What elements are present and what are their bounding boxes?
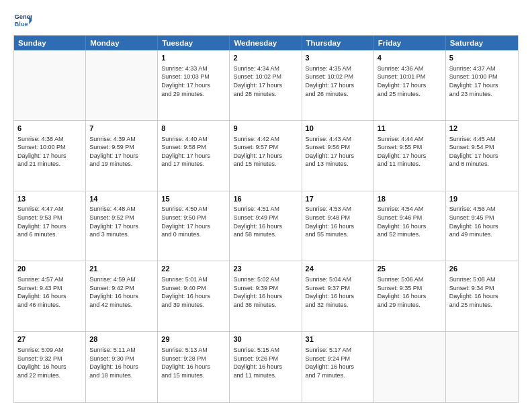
calendar-cell: 29Sunrise: 5:13 AM Sunset: 9:28 PM Dayli… (158, 332, 230, 402)
calendar-cell: 18Sunrise: 4:54 AM Sunset: 9:46 PM Dayli… (374, 191, 446, 261)
day-info: Sunrise: 4:36 AM Sunset: 10:01 PM Daylig… (378, 64, 442, 98)
calendar-cell: 1Sunrise: 4:33 AM Sunset: 10:03 PM Dayli… (158, 50, 230, 120)
day-info: Sunrise: 5:09 AM Sunset: 9:32 PM Dayligh… (17, 346, 82, 379)
day-info: Sunrise: 5:04 AM Sunset: 9:37 PM Dayligh… (306, 275, 370, 309)
calendar-cell: 15Sunrise: 4:50 AM Sunset: 9:50 PM Dayli… (158, 191, 230, 261)
day-info: Sunrise: 4:45 AM Sunset: 9:54 PM Dayligh… (449, 135, 515, 169)
day-info: Sunrise: 4:44 AM Sunset: 9:55 PM Dayligh… (378, 135, 442, 169)
day-info: Sunrise: 4:48 AM Sunset: 9:52 PM Dayligh… (89, 205, 154, 238)
day-number: 21 (89, 264, 154, 274)
calendar-cell: 6Sunrise: 4:38 AM Sunset: 10:00 PM Dayli… (14, 121, 86, 191)
svg-text:Blue: Blue (15, 21, 28, 28)
calendar-cell: 7Sunrise: 4:39 AM Sunset: 9:59 PM Daylig… (86, 121, 158, 191)
day-header-tuesday: Tuesday (158, 36, 230, 50)
calendar-cell: 24Sunrise: 5:04 AM Sunset: 9:37 PM Dayli… (302, 261, 374, 331)
day-number: 10 (306, 124, 370, 134)
day-info: Sunrise: 5:08 AM Sunset: 9:34 PM Dayligh… (449, 275, 515, 309)
day-number: 25 (378, 264, 442, 274)
day-info: Sunrise: 4:53 AM Sunset: 9:48 PM Dayligh… (306, 205, 370, 238)
day-number: 24 (306, 264, 370, 274)
day-info: Sunrise: 5:11 AM Sunset: 9:30 PM Dayligh… (89, 346, 154, 379)
calendar-cell: 26Sunrise: 5:08 AM Sunset: 9:34 PM Dayli… (446, 261, 518, 331)
logo: General Blue (13, 11, 32, 30)
day-info: Sunrise: 4:35 AM Sunset: 10:02 PM Daylig… (306, 64, 370, 98)
day-number: 12 (449, 124, 515, 134)
day-info: Sunrise: 4:47 AM Sunset: 9:53 PM Dayligh… (17, 205, 82, 238)
day-number: 29 (161, 334, 226, 345)
calendar-week-1: 1Sunrise: 4:33 AM Sunset: 10:03 PM Dayli… (14, 50, 518, 121)
calendar-week-3: 13Sunrise: 4:47 AM Sunset: 9:53 PM Dayli… (14, 191, 518, 262)
day-info: Sunrise: 4:38 AM Sunset: 10:00 PM Daylig… (17, 135, 82, 169)
day-info: Sunrise: 4:39 AM Sunset: 9:59 PM Dayligh… (89, 135, 154, 169)
day-number: 23 (233, 264, 298, 274)
day-info: Sunrise: 4:42 AM Sunset: 9:57 PM Dayligh… (233, 135, 298, 169)
calendar-cell: 4Sunrise: 4:36 AM Sunset: 10:01 PM Dayli… (374, 50, 446, 120)
calendar-cell: 13Sunrise: 4:47 AM Sunset: 9:53 PM Dayli… (14, 191, 86, 261)
day-header-sunday: Sunday (14, 36, 86, 50)
day-number: 28 (89, 334, 154, 345)
day-info: Sunrise: 5:06 AM Sunset: 9:35 PM Dayligh… (378, 275, 442, 309)
calendar-body: 1Sunrise: 4:33 AM Sunset: 10:03 PM Dayli… (14, 50, 518, 402)
day-number: 9 (233, 124, 298, 134)
calendar-cell: 9Sunrise: 4:42 AM Sunset: 9:57 PM Daylig… (230, 121, 302, 191)
day-number: 31 (306, 334, 370, 345)
calendar: SundayMondayTuesdayWednesdayThursdayFrid… (13, 35, 519, 403)
calendar-cell: 20Sunrise: 4:57 AM Sunset: 9:43 PM Dayli… (14, 261, 86, 331)
day-number: 11 (378, 124, 442, 134)
day-info: Sunrise: 4:56 AM Sunset: 9:45 PM Dayligh… (449, 205, 515, 238)
day-header-monday: Monday (86, 36, 158, 50)
calendar-cell: 27Sunrise: 5:09 AM Sunset: 9:32 PM Dayli… (14, 332, 86, 402)
day-info: Sunrise: 4:40 AM Sunset: 9:58 PM Dayligh… (161, 135, 226, 169)
day-number: 18 (378, 194, 442, 204)
day-info: Sunrise: 4:43 AM Sunset: 9:56 PM Dayligh… (306, 135, 370, 169)
day-header-saturday: Saturday (446, 36, 518, 50)
calendar-cell: 3Sunrise: 4:35 AM Sunset: 10:02 PM Dayli… (302, 50, 374, 120)
calendar-week-4: 20Sunrise: 4:57 AM Sunset: 9:43 PM Dayli… (14, 261, 518, 332)
day-number: 17 (306, 194, 370, 204)
calendar-cell: 23Sunrise: 5:02 AM Sunset: 9:39 PM Dayli… (230, 261, 302, 331)
day-number: 4 (378, 53, 442, 63)
day-header-wednesday: Wednesday (230, 36, 302, 50)
day-number: 1 (161, 53, 226, 63)
logo-icon: General Blue (13, 11, 32, 30)
day-number: 14 (89, 194, 154, 204)
day-info: Sunrise: 4:59 AM Sunset: 9:42 PM Dayligh… (89, 275, 154, 309)
day-info: Sunrise: 5:02 AM Sunset: 9:39 PM Dayligh… (233, 275, 298, 309)
day-number: 27 (17, 334, 82, 345)
calendar-cell: 2Sunrise: 4:34 AM Sunset: 10:02 PM Dayli… (230, 50, 302, 120)
day-info: Sunrise: 4:34 AM Sunset: 10:02 PM Daylig… (233, 64, 298, 98)
day-number: 30 (233, 334, 298, 345)
day-number: 6 (17, 124, 82, 134)
calendar-cell: 25Sunrise: 5:06 AM Sunset: 9:35 PM Dayli… (374, 261, 446, 331)
calendar-cell: 22Sunrise: 5:01 AM Sunset: 9:40 PM Dayli… (158, 261, 230, 331)
day-header-friday: Friday (374, 36, 446, 50)
day-number: 3 (306, 53, 370, 63)
page: General Blue SundayMondayTuesdayWednesda… (0, 0, 532, 411)
calendar-cell (446, 332, 518, 402)
calendar-cell (14, 50, 86, 120)
day-info: Sunrise: 4:57 AM Sunset: 9:43 PM Dayligh… (17, 275, 82, 309)
day-info: Sunrise: 5:15 AM Sunset: 9:26 PM Dayligh… (233, 346, 298, 379)
day-number: 8 (161, 124, 226, 134)
calendar-cell: 5Sunrise: 4:37 AM Sunset: 10:00 PM Dayli… (446, 50, 518, 120)
day-info: Sunrise: 5:13 AM Sunset: 9:28 PM Dayligh… (161, 346, 226, 379)
day-info: Sunrise: 4:37 AM Sunset: 10:00 PM Daylig… (449, 64, 515, 98)
calendar-cell: 8Sunrise: 4:40 AM Sunset: 9:58 PM Daylig… (158, 121, 230, 191)
day-number: 7 (89, 124, 154, 134)
day-number: 22 (161, 264, 226, 274)
day-info: Sunrise: 4:33 AM Sunset: 10:03 PM Daylig… (161, 64, 226, 98)
day-number: 15 (161, 194, 226, 204)
day-number: 26 (449, 264, 515, 274)
calendar-cell: 21Sunrise: 4:59 AM Sunset: 9:42 PM Dayli… (86, 261, 158, 331)
calendar-cell: 14Sunrise: 4:48 AM Sunset: 9:52 PM Dayli… (86, 191, 158, 261)
day-number: 2 (233, 53, 298, 63)
calendar-cell: 30Sunrise: 5:15 AM Sunset: 9:26 PM Dayli… (230, 332, 302, 402)
calendar-cell: 31Sunrise: 5:17 AM Sunset: 9:24 PM Dayli… (302, 332, 374, 402)
day-number: 16 (233, 194, 298, 204)
day-info: Sunrise: 4:51 AM Sunset: 9:49 PM Dayligh… (233, 205, 298, 238)
calendar-cell: 11Sunrise: 4:44 AM Sunset: 9:55 PM Dayli… (374, 121, 446, 191)
day-number: 19 (449, 194, 515, 204)
day-number: 5 (449, 53, 515, 63)
calendar-header: SundayMondayTuesdayWednesdayThursdayFrid… (14, 36, 518, 50)
day-info: Sunrise: 5:17 AM Sunset: 9:24 PM Dayligh… (306, 346, 370, 379)
